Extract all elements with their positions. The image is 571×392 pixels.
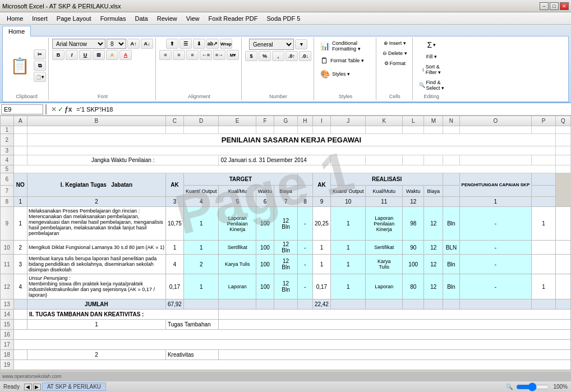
sheet-prev-btn[interactable]: ◀ <box>24 384 32 390</box>
underline-btn[interactable]: U <box>79 50 91 60</box>
col-header-k[interactable]: K <box>366 116 403 126</box>
col-header-j[interactable]: J <box>330 116 366 126</box>
close-btn[interactable]: ✕ <box>560 2 569 10</box>
font-color-btn[interactable]: A <box>119 50 132 60</box>
cell-kual2-r2[interactable]: 90 <box>402 241 423 255</box>
cell-biaya2-r3[interactable]: - <box>459 255 532 274</box>
cell-satuan2-r2[interactable]: BLN <box>443 241 459 255</box>
cell-waktu2-r2[interactable]: 12 <box>424 241 443 255</box>
font-name-select[interactable]: Arial Narrow <box>52 39 105 49</box>
cell-row15-rest[interactable] <box>219 320 571 330</box>
cell-kuant-num-r1[interactable]: 1 <box>183 207 219 241</box>
align-bottom-btn[interactable]: ⬇ <box>193 39 205 49</box>
cell-j4[interactable] <box>330 155 366 165</box>
cell-ak2-r4[interactable]: 0,17 <box>312 274 330 299</box>
cell-biaya-r3[interactable]: - <box>297 255 312 274</box>
col-header-i[interactable]: I <box>312 116 330 126</box>
align-left-btn[interactable]: ≡ <box>159 50 172 60</box>
cell-f1[interactable] <box>256 126 274 134</box>
col-header-d[interactable]: D <box>183 116 219 126</box>
cell-a18[interactable] <box>13 350 27 360</box>
cell-kuant-rnum-r3[interactable]: 1 <box>330 255 366 274</box>
increase-font-btn[interactable]: A↑ <box>127 39 140 49</box>
cell-satuan2-r3[interactable]: Bln <box>443 255 459 274</box>
cell-row17[interactable] <box>13 340 570 350</box>
cell-satuan2-r1[interactable]: Bln <box>443 207 459 241</box>
cell-w13[interactable] <box>555 299 570 310</box>
col-header-o[interactable]: O <box>459 116 532 126</box>
confirm-formula-icon[interactable]: ✓ <box>58 105 63 113</box>
align-center-btn[interactable]: ≡ <box>173 50 185 60</box>
cell-ak2-r2[interactable]: 1 <box>312 241 330 255</box>
border-btn[interactable]: ⊞ <box>93 50 105 60</box>
cut-button[interactable]: ✂ <box>34 49 46 59</box>
cell-kegiatan-r1[interactable]: Melaksanakan Proses Pembelajaran dgn rin… <box>27 207 166 241</box>
minimize-btn[interactable]: − <box>540 2 549 10</box>
cell-kuant-label-r1[interactable]: LaporanPenilaianKinerja <box>219 207 256 241</box>
cell-j1[interactable] <box>330 126 366 134</box>
cell-a2[interactable] <box>13 134 27 146</box>
cell-no-r2[interactable]: 2 <box>13 241 27 255</box>
cell-waktu2-r3[interactable]: 12 <box>424 255 443 274</box>
cell-kual-r4[interactable]: 100 <box>256 274 274 299</box>
menu-soda[interactable]: Soda PDF 5 <box>263 12 305 24</box>
decrease-indent-btn[interactable]: ←≡ <box>200 50 212 60</box>
sheet-next-btn[interactable]: ▶ <box>33 384 41 390</box>
cell-penghitungan-r2[interactable] <box>532 241 556 255</box>
cell-kegiatan-r2[interactable]: Mengikuti Diklat Fungsional Lamanya 30 s… <box>27 241 166 255</box>
paste-button[interactable]: 📋 <box>7 52 33 80</box>
cell-p4[interactable] <box>532 155 556 165</box>
align-right-btn[interactable]: ≡ <box>186 50 199 60</box>
cell-h1[interactable] <box>297 126 312 134</box>
paste-special-button[interactable]: 📋▾ <box>34 72 46 82</box>
cell-biaya-r1[interactable]: - <box>297 207 312 241</box>
cell-kual-r2[interactable]: 100 <box>256 241 274 255</box>
cell-kuant-num-r4[interactable]: 1 <box>183 274 219 299</box>
cell-waktu-r2[interactable]: 12Bln <box>274 241 298 255</box>
cell-l1[interactable] <box>402 126 423 134</box>
cell-ak2-r3[interactable]: 1 <box>312 255 330 274</box>
percent-btn[interactable]: % <box>259 51 271 61</box>
cell-ak-r1[interactable]: 10,75 <box>165 207 183 241</box>
decrease-decimal-btn[interactable]: .0↓ <box>299 51 311 61</box>
cell-biaya-r4[interactable]: - <box>297 274 312 299</box>
cell-k4[interactable] <box>366 155 403 165</box>
cell-k1[interactable] <box>366 126 403 134</box>
cell-a4[interactable] <box>13 155 27 165</box>
currency-btn[interactable]: $ <box>245 51 257 61</box>
cell-kuant-num-r3[interactable]: 2 <box>183 255 219 274</box>
cell-n4[interactable] <box>443 155 459 165</box>
number-format-expand-btn[interactable]: ▾ <box>295 39 307 49</box>
cell-kegiatan-r4[interactable]: Unsur Penunjang :Membimbing siswa dlm pr… <box>27 274 166 299</box>
cell-q5[interactable] <box>555 165 570 173</box>
align-top-btn[interactable]: ⬆ <box>166 39 178 49</box>
cell-n13[interactable] <box>297 299 312 310</box>
cell-q4[interactable] <box>555 155 570 165</box>
cell-kuant-label-r2[interactable]: Sertifikat <box>219 241 256 255</box>
col-header-m[interactable]: M <box>424 116 443 126</box>
cell-j13[interactable] <box>183 299 219 310</box>
maximize-btn[interactable]: □ <box>550 2 559 10</box>
cell-styles-btn[interactable]: 🎨Styles ▾ <box>317 68 374 80</box>
cell-o4[interactable] <box>459 155 532 165</box>
merge-btn[interactable]: M▾ <box>227 50 239 60</box>
fill-color-btn[interactable]: A <box>106 50 118 60</box>
cell-row16[interactable] <box>13 330 570 340</box>
cell-k13[interactable] <box>219 299 256 310</box>
cell-s13[interactable] <box>424 299 443 310</box>
cell-biaya2-r1[interactable]: - <box>459 207 532 241</box>
font-size-select[interactable]: 8 <box>107 39 126 49</box>
cell-u13[interactable] <box>459 299 532 310</box>
cell-biaya-r2[interactable]: - <box>297 241 312 255</box>
find-select-btn[interactable]: 🔍Find &Select ▾ <box>416 78 448 93</box>
autosum-btn[interactable]: Σ▾ <box>423 39 439 51</box>
align-middle-btn[interactable]: ☰ <box>179 39 192 49</box>
cell-l4[interactable] <box>402 155 423 165</box>
cell-m13[interactable] <box>274 299 298 310</box>
delete-btn[interactable]: ⊖Delete ▾ <box>380 49 410 58</box>
cell-m1[interactable] <box>424 126 443 134</box>
format-as-table-btn[interactable]: 🗒Format Table ▾ <box>317 54 374 67</box>
cell-kuant-rnum-r2[interactable]: 1 <box>330 241 366 255</box>
cell-d1[interactable] <box>183 126 219 134</box>
cell-extra-r4[interactable] <box>555 274 570 299</box>
